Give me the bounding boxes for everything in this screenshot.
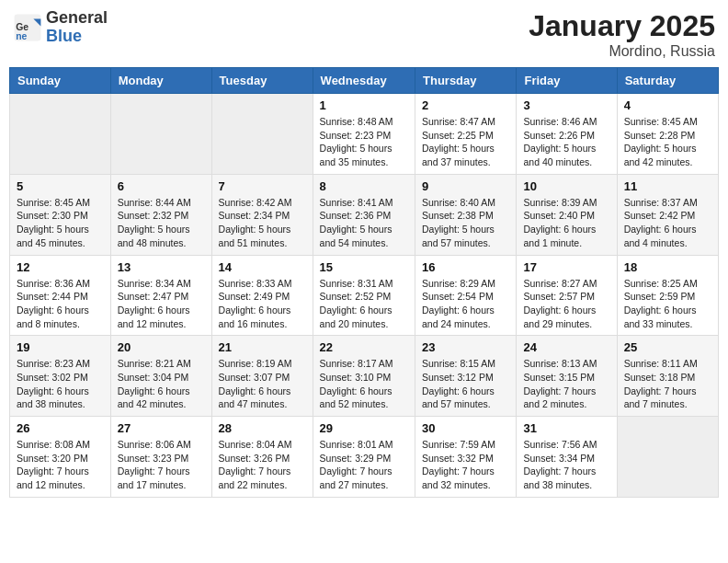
calendar-cell: 30Sunrise: 7:59 AM Sunset: 3:32 PM Dayli… (415, 417, 517, 498)
day-info: Sunrise: 8:06 AM Sunset: 3:23 PM Dayligh… (118, 438, 205, 492)
day-info: Sunrise: 8:36 AM Sunset: 2:44 PM Dayligh… (17, 277, 104, 331)
day-number: 11 (624, 179, 711, 193)
day-info: Sunrise: 8:23 AM Sunset: 3:02 PM Dayligh… (17, 357, 104, 411)
calendar-cell: 15Sunrise: 8:31 AM Sunset: 2:52 PM Dayli… (313, 255, 415, 336)
day-number: 18 (624, 260, 711, 274)
calendar-cell (110, 94, 211, 175)
day-info: Sunrise: 8:17 AM Sunset: 3:10 PM Dayligh… (320, 357, 408, 411)
day-info: Sunrise: 8:34 AM Sunset: 2:47 PM Dayligh… (118, 277, 205, 331)
calendar-cell: 31Sunrise: 7:56 AM Sunset: 3:34 PM Dayli… (517, 417, 617, 498)
calendar-cell: 13Sunrise: 8:34 AM Sunset: 2:47 PM Dayli… (110, 255, 211, 336)
day-info: Sunrise: 8:48 AM Sunset: 2:23 PM Dayligh… (320, 115, 408, 169)
week-row-5: 26Sunrise: 8:08 AM Sunset: 3:20 PM Dayli… (10, 417, 719, 498)
day-header-tuesday: Tuesday (211, 68, 313, 94)
day-number: 8 (320, 179, 408, 193)
day-number: 30 (422, 421, 509, 435)
day-info: Sunrise: 8:46 AM Sunset: 2:26 PM Dayligh… (523, 115, 609, 169)
week-row-4: 19Sunrise: 8:23 AM Sunset: 3:02 PM Dayli… (10, 336, 719, 417)
day-number: 26 (17, 421, 104, 435)
calendar-cell: 11Sunrise: 8:37 AM Sunset: 2:42 PM Dayli… (617, 174, 718, 255)
day-info: Sunrise: 8:08 AM Sunset: 3:20 PM Dayligh… (17, 438, 104, 492)
calendar-cell: 22Sunrise: 8:17 AM Sunset: 3:10 PM Dayli… (313, 336, 415, 417)
day-info: Sunrise: 8:19 AM Sunset: 3:07 PM Dayligh… (219, 357, 306, 411)
calendar-table: SundayMondayTuesdayWednesdayThursdayFrid… (9, 67, 719, 498)
calendar-cell: 5Sunrise: 8:45 AM Sunset: 2:30 PM Daylig… (10, 174, 111, 255)
day-number: 4 (624, 98, 711, 112)
day-info: Sunrise: 8:47 AM Sunset: 2:25 PM Dayligh… (422, 115, 509, 169)
day-info: Sunrise: 8:44 AM Sunset: 2:32 PM Dayligh… (118, 196, 205, 250)
calendar-cell: 27Sunrise: 8:06 AM Sunset: 3:23 PM Dayli… (110, 417, 211, 498)
day-info: Sunrise: 8:33 AM Sunset: 2:49 PM Dayligh… (219, 277, 306, 331)
calendar-cell: 2Sunrise: 8:47 AM Sunset: 2:25 PM Daylig… (415, 94, 517, 175)
calendar-title: January 2025 (529, 9, 715, 43)
logo: Ge ne General Blue (13, 9, 108, 46)
calendar-cell: 26Sunrise: 8:08 AM Sunset: 3:20 PM Dayli… (10, 417, 111, 498)
logo-general-text: General (46, 9, 108, 28)
calendar-cell: 16Sunrise: 8:29 AM Sunset: 2:54 PM Dayli… (415, 255, 517, 336)
logo-blue-text: Blue (46, 28, 108, 46)
day-header-monday: Monday (110, 68, 211, 94)
calendar-cell: 7Sunrise: 8:42 AM Sunset: 2:34 PM Daylig… (211, 174, 313, 255)
logo-text: General Blue (46, 9, 108, 46)
calendar-cell (617, 417, 718, 498)
day-header-saturday: Saturday (617, 68, 718, 94)
day-header-wednesday: Wednesday (313, 68, 415, 94)
calendar-cell: 3Sunrise: 8:46 AM Sunset: 2:26 PM Daylig… (517, 94, 617, 175)
calendar-cell: 18Sunrise: 8:25 AM Sunset: 2:59 PM Dayli… (617, 255, 718, 336)
day-header-thursday: Thursday (415, 68, 517, 94)
day-info: Sunrise: 8:42 AM Sunset: 2:34 PM Dayligh… (219, 196, 306, 250)
day-header-sunday: Sunday (10, 68, 111, 94)
day-info: Sunrise: 8:13 AM Sunset: 3:15 PM Dayligh… (523, 357, 609, 411)
day-info: Sunrise: 7:59 AM Sunset: 3:32 PM Dayligh… (422, 438, 509, 492)
day-info: Sunrise: 8:45 AM Sunset: 2:28 PM Dayligh… (624, 115, 711, 169)
calendar-location: Mordino, Russia (529, 43, 715, 60)
svg-text:ne: ne (16, 31, 27, 41)
calendar-header-row: SundayMondayTuesdayWednesdayThursdayFrid… (10, 68, 719, 94)
week-row-1: 1Sunrise: 8:48 AM Sunset: 2:23 PM Daylig… (10, 94, 719, 175)
logo-icon: Ge ne (13, 13, 42, 42)
day-info: Sunrise: 8:31 AM Sunset: 2:52 PM Dayligh… (320, 277, 408, 331)
calendar-cell: 24Sunrise: 8:13 AM Sunset: 3:15 PM Dayli… (517, 336, 617, 417)
day-number: 3 (523, 98, 609, 112)
day-info: Sunrise: 8:41 AM Sunset: 2:36 PM Dayligh… (320, 196, 408, 250)
day-number: 17 (523, 260, 609, 274)
calendar-cell: 8Sunrise: 8:41 AM Sunset: 2:36 PM Daylig… (313, 174, 415, 255)
day-info: Sunrise: 8:04 AM Sunset: 3:26 PM Dayligh… (219, 438, 306, 492)
day-number: 13 (118, 260, 205, 274)
day-number: 16 (422, 260, 509, 274)
day-number: 2 (422, 98, 509, 112)
day-info: Sunrise: 8:37 AM Sunset: 2:42 PM Dayligh… (624, 196, 711, 250)
day-number: 10 (523, 179, 609, 193)
day-info: Sunrise: 8:39 AM Sunset: 2:40 PM Dayligh… (523, 196, 609, 250)
day-number: 19 (17, 340, 104, 354)
calendar-cell: 12Sunrise: 8:36 AM Sunset: 2:44 PM Dayli… (10, 255, 111, 336)
day-info: Sunrise: 8:15 AM Sunset: 3:12 PM Dayligh… (422, 357, 509, 411)
calendar-cell: 10Sunrise: 8:39 AM Sunset: 2:40 PM Dayli… (517, 174, 617, 255)
day-info: Sunrise: 8:40 AM Sunset: 2:38 PM Dayligh… (422, 196, 509, 250)
day-number: 29 (320, 421, 408, 435)
calendar-cell (211, 94, 313, 175)
calendar-cell: 25Sunrise: 8:11 AM Sunset: 3:18 PM Dayli… (617, 336, 718, 417)
day-info: Sunrise: 8:11 AM Sunset: 3:18 PM Dayligh… (624, 357, 711, 411)
week-row-2: 5Sunrise: 8:45 AM Sunset: 2:30 PM Daylig… (10, 174, 719, 255)
day-number: 21 (219, 340, 306, 354)
title-block: January 2025 Mordino, Russia (529, 9, 715, 60)
day-number: 9 (422, 179, 509, 193)
calendar-cell: 21Sunrise: 8:19 AM Sunset: 3:07 PM Dayli… (211, 336, 313, 417)
day-number: 5 (17, 179, 104, 193)
calendar-cell: 14Sunrise: 8:33 AM Sunset: 2:49 PM Dayli… (211, 255, 313, 336)
day-info: Sunrise: 8:45 AM Sunset: 2:30 PM Dayligh… (17, 196, 104, 250)
day-info: Sunrise: 8:29 AM Sunset: 2:54 PM Dayligh… (422, 277, 509, 331)
page-header: Ge ne General Blue January 2025 Mordino,… (9, 9, 719, 60)
day-number: 12 (17, 260, 104, 274)
calendar-cell: 17Sunrise: 8:27 AM Sunset: 2:57 PM Dayli… (517, 255, 617, 336)
day-info: Sunrise: 8:25 AM Sunset: 2:59 PM Dayligh… (624, 277, 711, 331)
calendar-cell: 1Sunrise: 8:48 AM Sunset: 2:23 PM Daylig… (313, 94, 415, 175)
day-number: 15 (320, 260, 408, 274)
day-number: 6 (118, 179, 205, 193)
day-header-friday: Friday (517, 68, 617, 94)
calendar-cell: 19Sunrise: 8:23 AM Sunset: 3:02 PM Dayli… (10, 336, 111, 417)
day-number: 1 (320, 98, 408, 112)
day-number: 7 (219, 179, 306, 193)
day-info: Sunrise: 8:01 AM Sunset: 3:29 PM Dayligh… (320, 438, 408, 492)
